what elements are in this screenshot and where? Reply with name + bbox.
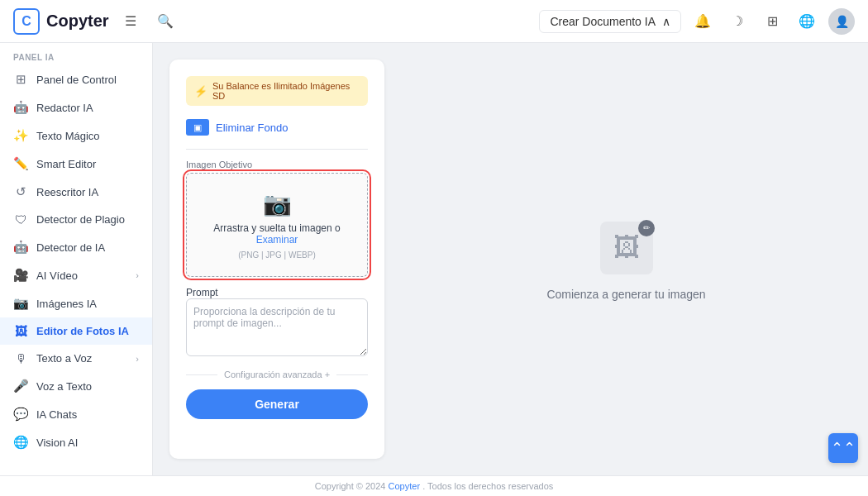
sidebar-item-detector-plagio[interactable]: 🛡 Detector de Plagio	[0, 206, 152, 233]
sidebar-item-texto-magico[interactable]: ✨ Texto Mágico	[0, 122, 152, 150]
sidebar-item-redactor-ia[interactable]: 🤖 Redactor IA	[0, 93, 152, 122]
sidebar-item-ia-chats[interactable]: 💬 IA Chats	[0, 400, 152, 428]
preview-panel: 🖼 ✏ Comienza a generar tu imagen	[401, 60, 851, 459]
sidebar-item-imagenes-ia[interactable]: 📷 Imágenes IA	[0, 289, 152, 317]
sidebar-item-texto-a-voz[interactable]: 🎙 Texto a Voz ›	[0, 345, 152, 372]
balance-text: Su Balance es Ilimitado Imágenes SD	[212, 81, 360, 101]
footer: Copyright © 2024 Copyter . Todos los der…	[0, 475, 868, 496]
create-doc-button[interactable]: Crear Documento IA ∧	[539, 10, 681, 33]
sidebar-item-panel-control[interactable]: ⊞ Panel de Control	[0, 65, 152, 93]
camera-icon: 📷	[263, 190, 292, 217]
scroll-top-button[interactable]: ⌃⌃	[828, 433, 858, 463]
sidebar-item-icon: 🖼	[13, 324, 28, 338]
avatar[interactable]: 👤	[828, 8, 855, 35]
moon-icon[interactable]: ☽	[724, 8, 751, 35]
grid-icon[interactable]: ⊞	[759, 8, 785, 35]
globe-icon[interactable]: 🌐	[794, 8, 820, 35]
sidebar-item-label: Detector de IA	[36, 241, 105, 254]
sidebar-item-label: Texto a Voz	[36, 352, 92, 365]
sidebar-item-label: AI Vídeo	[36, 269, 78, 282]
sidebar-item-ai-video[interactable]: 🎥 AI Vídeo ›	[0, 261, 152, 289]
editor-card: ⚡ Su Balance es Ilimitado Imágenes SD ▣ …	[169, 60, 384, 459]
sidebar-item-editor-fotos-ia[interactable]: 🖼 Editor de Fotos IA	[0, 317, 152, 345]
prompt-section: Prompt	[186, 287, 368, 360]
sidebar-item-label: Redactor IA	[36, 102, 93, 114]
brand-name: Copyter	[46, 12, 109, 31]
lightning-icon: ⚡	[194, 85, 207, 98]
config-line-right	[336, 374, 368, 375]
sidebar: PANEL IA ⊞ Panel de Control 🤖 Redactor I…	[0, 43, 153, 475]
sidebar-item-icon: ↺	[13, 184, 28, 199]
sidebar-item-icon: 🎙	[13, 351, 28, 365]
preview-icon-wrap: 🖼 ✏	[597, 218, 656, 278]
sidebar-item-detector-ia[interactable]: 🤖 Detector de IA	[0, 233, 152, 261]
sidebar-item-icon: 🎥	[13, 268, 28, 283]
preview-text: Comienza a generar tu imagen	[546, 288, 705, 301]
main-layout: PANEL IA ⊞ Panel de Control 🤖 Redactor I…	[0, 43, 868, 475]
topnav: C Copyter ☰ 🔍 Crear Documento IA ∧ 🔔 ☽ ⊞…	[0, 0, 868, 43]
sidebar-item-label: IA Chats	[36, 408, 77, 421]
menu-icon[interactable]: ☰	[117, 8, 144, 35]
upload-box[interactable]: 📷 Arrastra y suelta tu imagen o Examinar…	[186, 173, 368, 277]
sidebar-item-icon: 🌐	[13, 435, 28, 450]
search-icon[interactable]: 🔍	[152, 8, 179, 35]
sidebar-item-voz-a-texto[interactable]: 🎤 Voz a Texto	[0, 372, 152, 400]
footer-text-before: Copyright © 2024	[315, 481, 386, 491]
prompt-textarea[interactable]	[186, 298, 368, 356]
sidebar-item-label: Texto Mágico	[36, 130, 100, 142]
sidebar-item-vision-ai[interactable]: 🌐 Vision AI	[0, 428, 152, 456]
advanced-config-label[interactable]: Configuración avanzada +	[224, 370, 330, 379]
sidebar-section-label: PANEL IA	[0, 43, 152, 65]
upload-box-wrapper: 📷 Arrastra y suelta tu imagen o Examinar…	[186, 173, 368, 277]
imagen-objetivo-section: Imagen Objetivo 📷 Arrastra y suelta tu i…	[186, 160, 368, 277]
content-area: ⚡ Su Balance es Ilimitado Imágenes SD ▣ …	[153, 43, 868, 475]
tool-label: Eliminar Fondo	[216, 122, 288, 134]
bell-icon[interactable]: 🔔	[689, 8, 716, 35]
sidebar-item-icon: ✨	[13, 128, 28, 143]
create-doc-label: Crear Documento IA	[550, 15, 656, 28]
chevron-icon: ›	[136, 354, 139, 364]
advanced-config[interactable]: Configuración avanzada +	[186, 370, 368, 379]
sidebar-item-icon: 🤖	[13, 240, 28, 255]
generate-button[interactable]: Generar	[186, 389, 368, 419]
divider	[186, 149, 368, 150]
upload-text: Arrastra y suelta tu imagen o Examinar	[195, 222, 359, 246]
sidebar-item-label: Imágenes IA	[36, 298, 97, 310]
sidebar-item-icon: ✏️	[13, 156, 28, 171]
sidebar-item-label: Reescritor IA	[36, 186, 98, 198]
config-line-left	[186, 374, 217, 375]
sidebar-item-icon: 🛡	[13, 212, 28, 227]
upload-hint: (PNG | JPG | WEBP)	[238, 250, 316, 260]
upload-link[interactable]: Examinar	[256, 234, 298, 246]
balance-banner: ⚡ Su Balance es Ilimitado Imágenes SD	[186, 76, 368, 106]
sidebar-item-label: Voz a Texto	[36, 380, 92, 393]
sidebar-item-label: Vision AI	[36, 436, 78, 449]
sidebar-item-smart-editor[interactable]: ✏️ Smart Editor	[0, 150, 152, 178]
sidebar-item-icon: 📷	[13, 296, 28, 311]
footer-text-after: . Todos los derechos reservados	[422, 481, 553, 491]
sidebar-item-label: Smart Editor	[36, 158, 96, 170]
sidebar-item-reescritor-ia[interactable]: ↺ Reescritor IA	[0, 178, 152, 206]
chevron-icon: ›	[136, 270, 139, 280]
tool-eliminar-fondo[interactable]: ▣ Eliminar Fondo	[186, 116, 368, 139]
sidebar-item-icon: 🤖	[13, 100, 28, 115]
sidebar-item-icon: 🎤	[13, 379, 28, 393]
footer-brand-link[interactable]: Copyter	[389, 481, 421, 491]
prompt-label: Prompt	[186, 287, 368, 298]
chevron-up-icon: ∧	[662, 15, 670, 28]
sidebar-item-label: Editor de Fotos IA	[36, 325, 129, 337]
logo-icon: C	[13, 8, 40, 35]
sidebar-item-label: Panel de Control	[36, 74, 117, 86]
sidebar-item-icon: ⊞	[13, 72, 28, 87]
sidebar-item-icon: 💬	[13, 407, 28, 422]
imagen-objetivo-label: Imagen Objetivo	[186, 160, 368, 169]
brand-logo[interactable]: C Copyter	[13, 8, 109, 35]
preview-edit-badge: ✏	[638, 220, 655, 236]
eliminar-fondo-icon: ▣	[186, 119, 209, 136]
sidebar-item-label: Detector de Plagio	[36, 213, 125, 226]
